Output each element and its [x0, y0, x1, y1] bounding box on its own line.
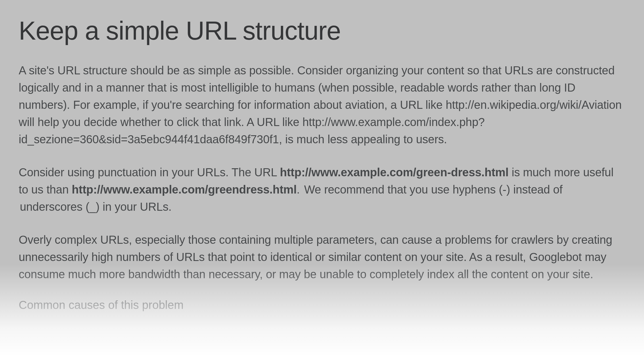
paragraph-1: A site's URL structure should be as simp…	[19, 62, 625, 148]
paragraph-2: Consider using punctuation in your URLs.…	[19, 164, 625, 215]
p2-example-good-url: http://www.example.com/green-dress.html	[280, 166, 508, 179]
article-body: Keep a simple URL structure A site's URL…	[0, 0, 644, 312]
page-title: Keep a simple URL structure	[19, 17, 625, 44]
section-heading-common-causes: Common causes of this problem	[19, 299, 625, 312]
p2-after-bold: .	[297, 183, 303, 196]
paragraph-3: Overly complex URLs, especially those co…	[19, 231, 625, 283]
p2-example-bad-url: http://www.example.com/greendress.html	[72, 183, 297, 196]
p2-lead: Consider using punctuation in your URLs.…	[19, 166, 280, 179]
